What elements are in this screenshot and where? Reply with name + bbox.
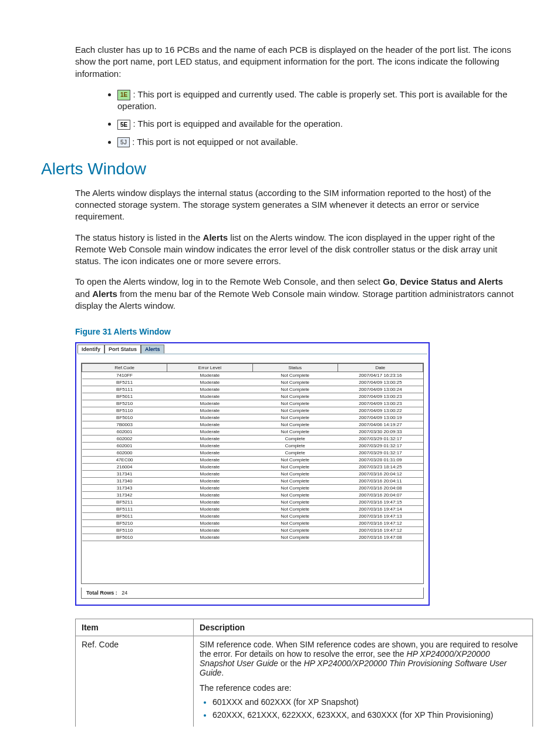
- port-icon-equipped-available: 5E: [117, 120, 130, 130]
- table-row[interactable]: 317340ModerateNot Complete2007/03/16 20:…: [82, 478, 423, 485]
- table-row[interactable]: 602001ModerateComplete2007/03/29 01:32:1…: [82, 443, 423, 450]
- table-row[interactable]: BF5111ModerateNot Complete2007/03/16 19:…: [82, 506, 423, 513]
- port-icon-text: : This port is equipped and currently us…: [117, 89, 507, 111]
- col-refcode[interactable]: Ref.Code: [82, 364, 167, 372]
- list-item: 620XXX, 621XXX, 622XXX, 623XXX, and 630X…: [212, 710, 527, 720]
- alerts-window-heading: Alerts Window: [41, 160, 519, 178]
- alerts-grid-region: Ref.Code Error Level Status Date 7410FFM…: [81, 363, 424, 584]
- figure-caption: Figure 31 Alerts Window: [75, 327, 519, 336]
- table-row[interactable]: BF5210ModerateNot Complete2007/03/16 19:…: [82, 520, 423, 527]
- port-icon-text: : This port is not equipped or not avail…: [132, 137, 298, 147]
- tab-identify[interactable]: Identify: [77, 345, 104, 353]
- table-row[interactable]: 317341ModerateNot Complete2007/03/16 20:…: [82, 471, 423, 478]
- tab-port-status[interactable]: Port Status: [104, 345, 141, 353]
- table-row[interactable]: 7B0003ModerateNot Complete2007/04/06 14:…: [82, 421, 423, 428]
- table-row[interactable]: BF5011ModerateNot Complete2007/03/16 19:…: [82, 513, 423, 520]
- description-table: Item Description Ref. Code SIM reference…: [75, 619, 533, 727]
- table-row[interactable]: BF5110ModerateNot Complete2007/03/16 19:…: [82, 527, 423, 534]
- table-row[interactable]: 602001ModerateNot Complete2007/03/30 20:…: [82, 428, 423, 436]
- alerts-paragraph-3: To open the Alerts window, log in to the…: [75, 276, 519, 312]
- total-rows: Total Rows : 24: [81, 588, 424, 599]
- tab-alerts[interactable]: Alerts: [141, 345, 164, 353]
- desc-header-description: Description: [194, 619, 533, 636]
- alerts-paragraph-2: The status history is listed in the Aler…: [75, 232, 519, 268]
- intro-paragraph: Each cluster has up to 16 PCBs and the n…: [75, 44, 519, 80]
- table-row[interactable]: 602000ModerateComplete2007/03/29 01:32:1…: [82, 450, 423, 457]
- table-row[interactable]: BF5010ModerateNot Complete2007/03/16 19:…: [82, 534, 423, 541]
- table-row[interactable]: BF5010ModerateNot Complete2007/04/09 13:…: [82, 414, 423, 421]
- table-row[interactable]: 7410FFModerateNot Complete2007/04/17 16:…: [82, 372, 423, 379]
- desc-text: SIM reference code. When SIM reference c…: [194, 636, 533, 727]
- table-row[interactable]: BF5110ModerateNot Complete2007/04/09 13:…: [82, 407, 423, 414]
- table-row[interactable]: BF5210ModerateNot Complete2007/04/09 13:…: [82, 400, 423, 407]
- tab-bar: Identify Port Status Alerts: [77, 345, 427, 353]
- table-row[interactable]: 317343ModerateNot Complete2007/03/16 20:…: [82, 485, 423, 492]
- alerts-grid: Ref.Code Error Level Status Date 7410FFM…: [82, 363, 423, 541]
- table-row[interactable]: 47EC00ModerateNot Complete2007/03/28 01:…: [82, 457, 423, 464]
- port-icon-equipped-used: 1E: [117, 90, 130, 100]
- col-status[interactable]: Status: [252, 364, 338, 372]
- desc-header-item: Item: [76, 619, 194, 636]
- table-row[interactable]: 216004ModerateNot Complete2007/03/23 18:…: [82, 464, 423, 471]
- table-row[interactable]: 317342ModerateNot Complete2007/03/16 20:…: [82, 492, 423, 499]
- table-row[interactable]: BF5211ModerateNot Complete2007/04/09 13:…: [82, 379, 423, 386]
- col-errorlevel[interactable]: Error Level: [167, 364, 252, 372]
- desc-item-refcode: Ref. Code: [76, 636, 194, 727]
- table-row[interactable]: 602002ModerateComplete2007/03/29 01:32:1…: [82, 436, 423, 443]
- port-icon-text: : This port is equipped and available fo…: [133, 119, 342, 129]
- col-date[interactable]: Date: [338, 364, 423, 372]
- table-row[interactable]: BF5211ModerateNot Complete2007/03/16 19:…: [82, 499, 423, 506]
- alerts-window-screenshot: Identify Port Status Alerts Ref.Code Err…: [75, 342, 430, 606]
- port-icon-not-equipped: 5J: [117, 137, 130, 148]
- table-row[interactable]: BF5011ModerateNot Complete2007/04/09 13:…: [82, 393, 423, 400]
- list-item: 601XXX and 602XXX (for XP Snapshot): [212, 697, 527, 707]
- table-row[interactable]: BF5111ModerateNot Complete2007/04/09 13:…: [82, 386, 423, 393]
- port-icon-list: 1E : This port is equipped and currently…: [94, 89, 519, 148]
- alerts-paragraph-1: The Alerts window displays the internal …: [75, 187, 519, 223]
